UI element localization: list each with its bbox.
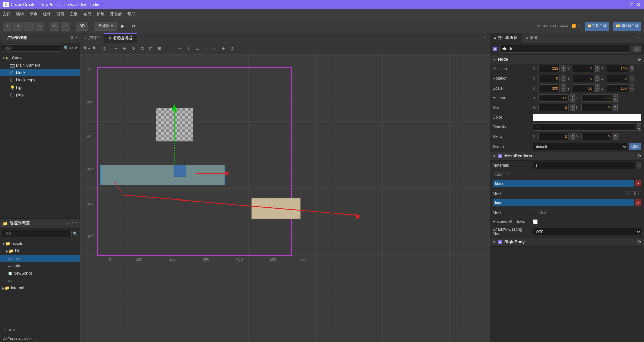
scene-tool-zoom-in[interactable]: 🔍+: [83, 45, 91, 53]
statusbar-add-icon[interactable]: ＋: [3, 327, 7, 333]
mesh-renderer-section-header[interactable]: ▼ MeshRenderer ⚙: [490, 152, 644, 161]
scene-tool-3[interactable]: ⊗: [129, 45, 137, 53]
tab-inspector[interactable]: ≡ 属性检查器: [490, 33, 522, 43]
receive-shadows-checkbox[interactable]: [533, 219, 538, 224]
maximize-button[interactable]: □: [631, 2, 633, 7]
asset-item-assets[interactable]: ▼ 📁 assets: [0, 240, 80, 247]
tree-item-player[interactable]: ▶ ⬡ player: [0, 91, 80, 99]
filter-icon[interactable]: ⊙: [70, 46, 73, 50]
tree-item-light[interactable]: ▶ 💡 Light: [0, 84, 80, 91]
asset-add-icon[interactable]: ＋: [66, 221, 69, 226]
opacity-input[interactable]: [533, 123, 635, 131]
rot-y-up[interactable]: ▲: [595, 75, 600, 78]
close-button[interactable]: ✕: [637, 2, 641, 7]
mesh-value[interactable]: box: [493, 199, 634, 206]
browser-button[interactable]: 浏览器 ▾: [94, 22, 117, 31]
rot-x-down[interactable]: ▼: [561, 78, 566, 82]
menu-project[interactable]: 项目: [56, 11, 64, 17]
anchor-y-up[interactable]: ▲: [613, 94, 618, 98]
rot-y-down[interactable]: ▼: [595, 78, 600, 82]
3d-button[interactable]: 3D: [76, 22, 88, 31]
menu-panel[interactable]: 面板: [70, 11, 78, 17]
rot-z-up[interactable]: ▲: [630, 75, 634, 78]
refresh-button[interactable]: ↺: [13, 22, 23, 31]
skew-y-up[interactable]: ▲: [613, 133, 618, 137]
pos-x-down[interactable]: ▼: [561, 69, 566, 72]
rect-button[interactable]: ▭: [50, 22, 59, 31]
node-settings-icon[interactable]: ⚙: [638, 57, 641, 62]
project-dir-button[interactable]: 📁 工程目录: [585, 22, 609, 31]
scale-z-input[interactable]: [607, 84, 628, 92]
rigid-body-section-header[interactable]: ▼ RigidBody ⚙: [490, 238, 644, 247]
size-w-up[interactable]: ▲: [570, 104, 575, 108]
anchor-x-input[interactable]: [538, 94, 569, 102]
tree-item-block-copy[interactable]: ▶ ⬡ block copy: [0, 76, 80, 84]
tab-scene[interactable]: ⊞ 场景编辑器: [104, 33, 137, 43]
hierarchy-search-input[interactable]: [2, 44, 62, 52]
menu-component[interactable]: 组件: [43, 11, 51, 17]
scale-y-input[interactable]: [573, 84, 594, 92]
node-name-input[interactable]: [499, 45, 631, 53]
scene-tool-align-hcenter[interactable]: ↔: [202, 45, 210, 53]
position-z-input[interactable]: [607, 65, 628, 72]
skew-y-down[interactable]: ▼: [613, 137, 618, 140]
size-h-down[interactable]: ▼: [613, 108, 618, 111]
reload-button[interactable]: ↺: [129, 22, 138, 31]
scale-x-input[interactable]: [538, 84, 560, 92]
scale-y-down[interactable]: ▼: [595, 88, 600, 92]
scene-tool-align-left[interactable]: ⊢: [167, 45, 175, 53]
scene-tool-more1[interactable]: ⊛: [219, 45, 227, 53]
material-value[interactable]: block: [493, 180, 634, 187]
node-enabled-checkbox[interactable]: [493, 47, 497, 51]
skew-x-down[interactable]: ▼: [570, 137, 575, 140]
menu-edit[interactable]: 编辑: [16, 11, 24, 17]
size-w-input[interactable]: [538, 104, 569, 111]
tree-item-canvas[interactable]: ▼ ⊞ Canvas: [0, 54, 80, 62]
expand-bk[interactable]: ▶: [6, 249, 9, 253]
expand-internal[interactable]: ▶: [2, 286, 5, 290]
scene-tool-6[interactable]: ⊟: [155, 45, 163, 53]
color-swatch[interactable]: [533, 114, 641, 121]
tree-item-main-camera[interactable]: ▶ 📷 Main Camera: [0, 62, 80, 69]
asset-item-p[interactable]: ● p: [0, 277, 80, 284]
node-section-header[interactable]: ▼ Node ⚙: [490, 55, 644, 64]
asset-search-input[interactable]: [2, 230, 72, 237]
tab-service[interactable]: ◈ 服务: [522, 33, 542, 43]
group-edit-button[interactable]: 编辑: [629, 143, 641, 150]
hierarchy-copy-icon[interactable]: ⊞: [71, 36, 73, 40]
expand-assets[interactable]: ▼: [2, 242, 5, 246]
skew-x-up[interactable]: ▲: [570, 133, 575, 137]
asset-search-icon[interactable]: 🔍: [73, 231, 78, 236]
menu-help[interactable]: 帮助: [127, 11, 136, 17]
rotate-button[interactable]: ↗: [61, 22, 70, 31]
materials-count-input[interactable]: [533, 162, 635, 169]
size-h-input[interactable]: [581, 104, 611, 111]
asset-item-block[interactable]: ● block: [0, 255, 80, 262]
editor-dir-button[interactable]: 📁 编辑器目录: [613, 22, 641, 31]
anchor-y-input[interactable]: [581, 94, 611, 102]
position-x-input[interactable]: [538, 65, 560, 72]
asset-item-main[interactable]: ● main: [0, 262, 80, 270]
tree-item-block[interactable]: ▶ ⬡ block: [0, 69, 80, 76]
rot-z-down[interactable]: ▼: [630, 78, 634, 82]
size-w-down[interactable]: ▼: [570, 108, 575, 111]
asset-item-newscript[interactable]: 📄 NewScript: [0, 270, 80, 277]
pos-z-down[interactable]: ▼: [630, 69, 634, 72]
rigid-body-settings-icon[interactable]: ⚙: [638, 240, 641, 244]
scale-z-up[interactable]: ▲: [630, 84, 634, 88]
opacity-up[interactable]: ▲: [637, 123, 641, 127]
hierarchy-add-icon[interactable]: ＋: [65, 36, 69, 40]
size-h-up[interactable]: ▲: [613, 104, 618, 108]
scale-button[interactable]: ⤡: [35, 22, 44, 31]
search-icon[interactable]: 🔍: [64, 46, 69, 50]
pos-y-down[interactable]: ▼: [595, 69, 600, 72]
mesh-renderer-settings-icon[interactable]: ⚙: [638, 154, 641, 158]
scene-tool-align-right[interactable]: ⊣: [176, 45, 184, 53]
scene-tool-zoom-out[interactable]: 🔍-: [91, 45, 99, 53]
mat-count-down[interactable]: ▼: [637, 165, 641, 169]
rotation-y-input[interactable]: [573, 75, 594, 82]
group-select[interactable]: default: [533, 143, 627, 150]
scene-tool-1[interactable]: ⊹: [112, 45, 120, 53]
close-editor-tab[interactable]: ≡: [479, 33, 490, 43]
asset-item-bk[interactable]: ▶ 📁 bk: [0, 247, 80, 255]
